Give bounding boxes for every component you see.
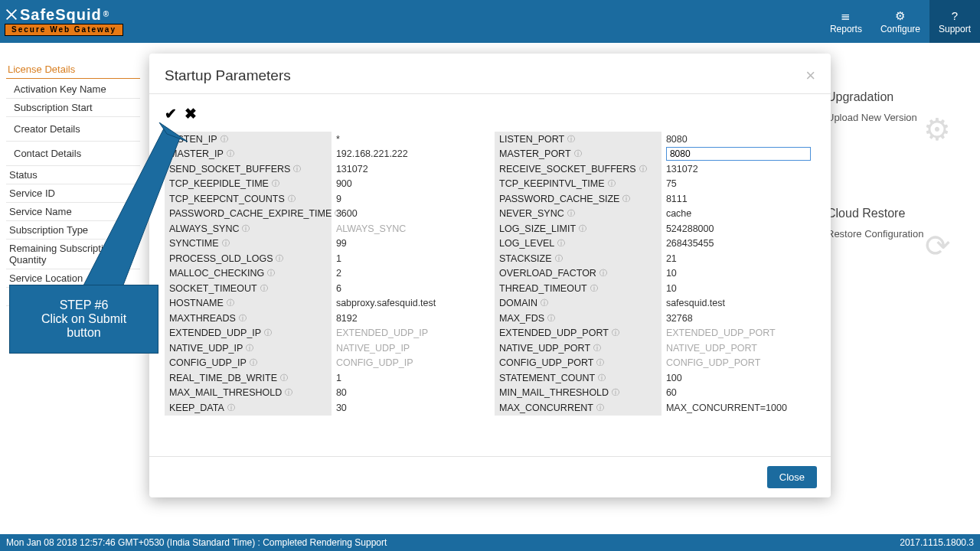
info-icon[interactable]: ⓘ [280, 373, 288, 383]
restore-config-link[interactable]: Restore Configuration [827, 228, 923, 240]
param-value[interactable]: 80 [332, 386, 485, 401]
nav-support[interactable]: ? Support [929, 0, 980, 43]
info-icon[interactable]: ⓘ [220, 134, 228, 145]
info-icon[interactable]: ⓘ [227, 403, 235, 413]
info-icon[interactable]: ⓘ [557, 238, 565, 249]
top-nav: ≣ Reports ⚙ Configure ? Support [821, 0, 980, 43]
param-value[interactable]: 9 [332, 191, 485, 207]
param-value[interactable]: 1 [332, 370, 485, 386]
param-value[interactable]: 100 [662, 370, 815, 386]
logo-text: SafeSquid [20, 7, 102, 22]
param-value[interactable]: MAX_CONCURRENT=1000 [662, 400, 815, 416]
sidebar-item[interactable]: Subscription Type [6, 221, 140, 240]
info-icon[interactable]: ⓘ [227, 148, 234, 159]
info-icon[interactable]: ⓘ [272, 178, 279, 189]
param-value[interactable]: CONFIG_UDP_IP [332, 356, 485, 371]
info-icon[interactable]: ⓘ [622, 194, 630, 204]
param-label: MAX_FDS ⓘ [495, 311, 662, 326]
info-icon[interactable]: ⓘ [590, 283, 598, 294]
param-value[interactable]: 99 [332, 236, 485, 252]
param-value[interactable]: 30 [332, 400, 485, 416]
param-value[interactable]: safesquid.test [662, 296, 815, 311]
info-icon[interactable]: ⓘ [250, 357, 257, 368]
param-value[interactable]: NATIVE_UDP_IP [332, 341, 485, 356]
param-value[interactable]: 131072 [332, 161, 485, 177]
param-value[interactable]: 1 [332, 251, 485, 266]
version-label: 2017.1115.1800.3 [900, 537, 974, 548]
info-icon[interactable]: ⓘ [264, 328, 272, 338]
param-value[interactable]: ALWAYS_SYNC [332, 221, 485, 236]
sidebar-item[interactable]: Contact Details [6, 142, 140, 166]
param-value[interactable]: 900 [332, 177, 485, 192]
sidebar-item[interactable]: Status [6, 166, 140, 184]
submit-button[interactable]: ✔ [165, 105, 177, 122]
info-icon[interactable]: ⓘ [555, 253, 563, 264]
info-icon[interactable]: ⓘ [639, 164, 647, 174]
info-icon[interactable]: ⓘ [227, 298, 234, 308]
info-icon[interactable]: ⓘ [293, 164, 301, 174]
info-icon[interactable]: ⓘ [574, 148, 582, 159]
info-icon[interactable]: ⓘ [598, 373, 606, 383]
param-row: MALLOC_CHECKING ⓘ2 [165, 266, 485, 282]
sidebar-item[interactable]: Activation Key Name [6, 80, 140, 99]
info-icon[interactable]: ⓘ [579, 223, 586, 234]
info-icon[interactable]: ⓘ [608, 178, 616, 189]
info-icon[interactable]: ⓘ [599, 268, 607, 279]
info-icon[interactable]: ⓘ [541, 298, 548, 308]
info-icon[interactable]: ⓘ [260, 283, 268, 294]
param-value[interactable]: 10 [662, 281, 815, 296]
param-value[interactable]: 32768 [662, 311, 815, 326]
info-icon[interactable]: ⓘ [222, 238, 230, 249]
param-value[interactable]: CONFIG_UDP_PORT [662, 356, 815, 371]
sidebar-item[interactable]: Service ID [6, 184, 140, 203]
param-value[interactable]: NATIVE_UDP_PORT [662, 341, 815, 356]
upload-version-link[interactable]: Upload New Version [827, 112, 917, 123]
info-icon[interactable]: ⓘ [246, 343, 253, 354]
sidebar-item[interactable]: Creator Details [6, 117, 140, 142]
param-value[interactable]: 2 [332, 266, 485, 282]
param-value[interactable]: 192.168.221.222 [332, 147, 485, 162]
close-button[interactable]: Close [767, 466, 817, 488]
param-value[interactable]: * [332, 132, 485, 147]
info-icon[interactable]: ⓘ [593, 343, 601, 354]
sidebar-item[interactable]: Subscription Start [6, 99, 140, 117]
close-icon[interactable]: × [805, 66, 815, 86]
info-icon[interactable]: ⓘ [596, 403, 604, 413]
info-icon[interactable]: ⓘ [612, 328, 619, 338]
param-value[interactable]: 21 [662, 251, 815, 266]
param-value[interactable]: 268435455 [662, 236, 815, 252]
param-value[interactable]: sabproxy.safesquid.test [332, 296, 485, 311]
param-input[interactable] [666, 147, 811, 161]
info-icon[interactable]: ⓘ [285, 387, 292, 398]
param-value[interactable]: 6 [332, 281, 485, 296]
sidebar-item[interactable]: Remaining Subscription Quantity [6, 240, 140, 269]
param-value[interactable]: 131072 [662, 161, 815, 177]
sidebar-item[interactable]: Service Name [6, 203, 140, 221]
param-value[interactable]: 8111 [662, 191, 815, 207]
info-icon[interactable]: ⓘ [276, 253, 283, 264]
param-value[interactable]: 75 [662, 177, 815, 192]
cancel-button[interactable]: ✖ [185, 105, 197, 122]
info-icon[interactable]: ⓘ [547, 313, 555, 324]
param-value[interactable]: cache [662, 207, 815, 222]
nav-configure[interactable]: ⚙ Configure [871, 0, 929, 43]
param-value[interactable]: EXTENDED_UDP_PORT [662, 326, 815, 341]
param-label: SEND_SOCKET_BUFFERS ⓘ [165, 161, 332, 177]
info-icon[interactable]: ⓘ [567, 134, 575, 145]
info-icon[interactable]: ⓘ [288, 194, 296, 204]
nav-reports[interactable]: ≣ Reports [821, 0, 871, 43]
info-icon[interactable]: ⓘ [567, 208, 575, 219]
param-value[interactable]: EXTENDED_UDP_IP [332, 326, 485, 341]
param-value[interactable]: 524288000 [662, 221, 815, 236]
param-value[interactable]: 8080 [662, 132, 815, 147]
param-value[interactable]: 60 [662, 386, 815, 401]
param-value[interactable]: 3600 [332, 207, 485, 222]
info-icon[interactable]: ⓘ [239, 313, 247, 324]
startup-params-modal: Startup Parameters × ✔ ✖ LISTEN_IP ⓘ*MAS… [149, 54, 831, 497]
info-icon[interactable]: ⓘ [267, 268, 275, 279]
param-value[interactable]: 10 [662, 266, 815, 282]
info-icon[interactable]: ⓘ [596, 357, 604, 368]
info-icon[interactable]: ⓘ [242, 223, 250, 234]
param-value[interactable]: 8192 [332, 311, 485, 326]
info-icon[interactable]: ⓘ [612, 387, 619, 398]
